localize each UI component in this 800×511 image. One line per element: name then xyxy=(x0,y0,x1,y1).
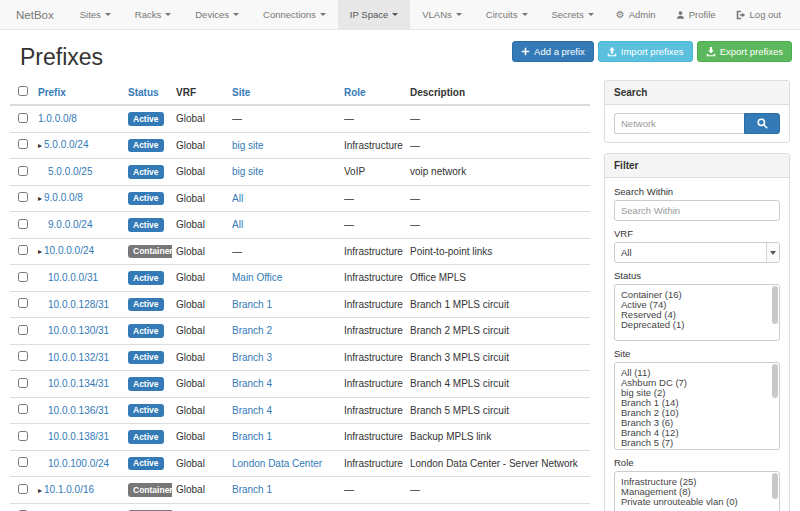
nav-item-log-out[interactable]: Log out xyxy=(726,0,792,29)
row-checkbox[interactable] xyxy=(18,351,28,361)
row-checkbox[interactable] xyxy=(18,298,28,308)
row-checkbox[interactable] xyxy=(18,166,28,176)
vrf-select[interactable]: All xyxy=(614,242,780,263)
role-cell: Infrastructure xyxy=(340,397,406,424)
row-checkbox[interactable] xyxy=(18,192,28,202)
row-checkbox[interactable] xyxy=(18,272,28,282)
button-label: Import prefixes xyxy=(621,46,684,57)
site-link[interactable]: Branch 2 xyxy=(232,325,272,336)
prefix-link[interactable]: 10.0.0.130/31 xyxy=(48,325,109,336)
add-a-prefix-button[interactable]: Add a prefix xyxy=(512,41,594,62)
prefix-link[interactable]: 10.1.0.0/16 xyxy=(44,484,94,495)
site-link[interactable]: Branch 1 xyxy=(232,299,272,310)
nav-item-devices[interactable]: Devices xyxy=(183,0,251,29)
site-link[interactable]: Branch 4 xyxy=(232,405,272,416)
description-cell: Branch 1 MPLS circuit xyxy=(406,291,590,318)
prefix-link[interactable]: 10.0.100.0/24 xyxy=(48,458,109,469)
scrollbar-thumb[interactable] xyxy=(772,286,778,324)
prefix-link[interactable]: 10.0.0.138/31 xyxy=(48,431,109,442)
prefix-link[interactable]: 10.0.0.128/31 xyxy=(48,299,109,310)
row-checkbox[interactable] xyxy=(18,139,28,149)
prefix-link[interactable]: 5.0.0.0/24 xyxy=(44,139,88,150)
row-checkbox[interactable] xyxy=(18,378,28,388)
row-checkbox[interactable] xyxy=(18,325,28,335)
nav-item-racks[interactable]: Racks xyxy=(123,0,183,29)
scrollbar-thumb[interactable] xyxy=(772,473,778,499)
vrf-cell: Global xyxy=(172,424,228,451)
prefix-link[interactable]: 5.0.0.0/25 xyxy=(48,166,92,177)
role-listbox[interactable]: Infrastructure (25)Management (8)Private… xyxy=(614,471,780,511)
scrollbar-thumb[interactable] xyxy=(772,364,778,398)
export-prefixes-button[interactable]: Export prefixes xyxy=(697,41,792,62)
site-cell: Branch 1 xyxy=(228,477,340,504)
row-checkbox[interactable] xyxy=(18,219,28,229)
nav-item-profile[interactable]: Profile xyxy=(666,0,726,29)
select-all-checkbox[interactable] xyxy=(18,86,28,96)
site-link[interactable]: All xyxy=(232,219,243,230)
site-link[interactable]: Main Office xyxy=(232,272,282,283)
vrf-cell: Global xyxy=(172,344,228,371)
column-header-prefix[interactable]: Prefix xyxy=(38,87,66,98)
site-listbox[interactable]: All (11)Ashburn DC (7)big site (2)Branch… xyxy=(614,362,780,450)
status-option[interactable]: Deprecated (1) xyxy=(621,320,769,330)
brand-logo[interactable]: NetBox xyxy=(0,0,68,29)
row-checkbox[interactable] xyxy=(18,484,28,494)
prefix-link[interactable]: 10.0.0.132/31 xyxy=(48,352,109,363)
vrf-cell: Global xyxy=(172,503,228,511)
row-checkbox[interactable] xyxy=(18,245,28,255)
prefix-link[interactable]: 10.0.0.0/24 xyxy=(44,245,94,256)
status-badge: Active xyxy=(128,324,164,338)
nav-item-ip-space[interactable]: IP Space xyxy=(338,0,410,29)
nav-item-connections[interactable]: Connections xyxy=(251,0,338,29)
site-cell: Branch 3 xyxy=(228,344,340,371)
role-option[interactable]: Private unrouteable vlan (0) xyxy=(621,497,769,507)
prefix-link[interactable]: 10.0.0.134/31 xyxy=(48,378,109,389)
column-header-status[interactable]: Status xyxy=(128,87,159,98)
site-cell: Main Office xyxy=(228,265,340,292)
vrf-selected-value: All xyxy=(621,247,632,258)
status-badge: Active xyxy=(128,192,164,206)
nav-item-circuits[interactable]: Circuits xyxy=(474,0,540,29)
table-row: ▸5.0.0.0/24ActiveGlobalbig siteInfrastru… xyxy=(10,132,590,159)
plus-icon xyxy=(521,47,530,56)
nav-item-label: Profile xyxy=(689,9,716,20)
site-link[interactable]: All xyxy=(232,193,243,204)
nav-item-vlans[interactable]: VLANs xyxy=(410,0,474,29)
column-header-site[interactable]: Site xyxy=(232,87,250,98)
row-checkbox[interactable] xyxy=(18,431,28,441)
search-panel: Search xyxy=(604,80,790,143)
nav-item-admin[interactable]: ⚙Admin xyxy=(606,0,666,29)
prefix-link[interactable]: 10.0.0.136/31 xyxy=(48,405,109,416)
prefix-link[interactable]: 9.0.0.0/8 xyxy=(44,192,83,203)
site-link[interactable]: big site xyxy=(232,140,264,151)
status-badge: Active xyxy=(128,271,164,285)
site-link[interactable]: London Data Center xyxy=(232,458,322,469)
status-badge: Container xyxy=(128,245,172,259)
row-checkbox[interactable] xyxy=(18,113,28,123)
row-checkbox[interactable] xyxy=(18,404,28,414)
prefix-table-body: 1.0.0.0/8ActiveGlobal———▸5.0.0.0/24Activ… xyxy=(10,105,590,511)
site-option[interactable]: COLO-1-24 (3) xyxy=(621,448,769,450)
site-link[interactable]: big site xyxy=(232,166,264,177)
import-prefixes-button[interactable]: Import prefixes xyxy=(598,41,693,62)
site-link[interactable]: Branch 1 xyxy=(232,431,272,442)
search-button[interactable] xyxy=(744,113,780,134)
site-cell: big site xyxy=(228,159,340,186)
search-input[interactable] xyxy=(614,113,744,134)
nav-item-secrets[interactable]: Secrets xyxy=(540,0,606,29)
column-header-role[interactable]: Role xyxy=(344,87,366,98)
site-link[interactable]: Branch 1 xyxy=(232,484,272,495)
prefix-link[interactable]: 10.0.0.0/31 xyxy=(48,272,98,283)
table-row: 10.0.0.132/31ActiveGlobalBranch 3Infrast… xyxy=(10,344,590,371)
nav-item-sites[interactable]: Sites xyxy=(68,0,123,29)
prefix-link[interactable]: 1.0.0.0/8 xyxy=(38,113,77,124)
search-within-input[interactable] xyxy=(614,200,780,221)
vrf-cell: Global xyxy=(172,159,228,186)
site-cell: Branch 4 xyxy=(228,371,340,398)
site-link[interactable]: Branch 3 xyxy=(232,352,272,363)
status-listbox[interactable]: Container (16)Active (74)Reserved (4)Dep… xyxy=(614,284,780,341)
vrf-cell: Global xyxy=(172,318,228,345)
row-checkbox[interactable] xyxy=(18,457,28,467)
site-link[interactable]: Branch 4 xyxy=(232,378,272,389)
prefix-link[interactable]: 9.0.0.0/24 xyxy=(48,219,92,230)
